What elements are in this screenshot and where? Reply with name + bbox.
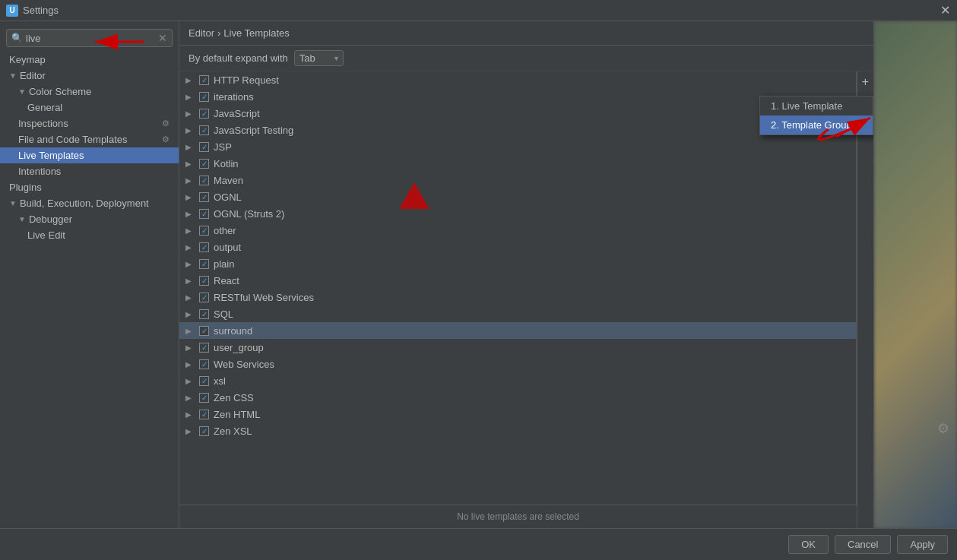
checkbox-sql[interactable] (199, 309, 209, 319)
template-row-react[interactable]: ▶ React (179, 272, 856, 289)
color-scheme-arrow: ▼ (18, 87, 26, 96)
checkbox-js-testing[interactable] (199, 125, 209, 135)
expand-select[interactable]: Tab Enter Space (294, 50, 344, 66)
checkbox-zen-css[interactable] (199, 393, 209, 403)
expand-zen-css: ▶ (185, 394, 195, 402)
sidebar-item-build-exec[interactable]: ▼ Build, Execution, Deployment (0, 195, 179, 211)
color-scheme-label: Color Scheme (29, 86, 91, 97)
checkbox-user-group[interactable] (199, 343, 209, 353)
expand-sql: ▶ (185, 310, 195, 318)
checkbox-ognl[interactable] (199, 192, 209, 202)
ok-button[interactable]: OK (788, 535, 829, 554)
checkbox-http[interactable] (199, 75, 209, 85)
template-row-kotlin[interactable]: ▶ Kotlin (179, 155, 856, 172)
checkbox-maven[interactable] (199, 176, 209, 185)
sidebar-item-live-templates[interactable]: Live Templates (0, 147, 179, 163)
checkbox-js[interactable] (199, 109, 209, 119)
sidebar-item-debugger[interactable]: ▼ Debugger (0, 211, 179, 227)
cancel-button[interactable]: Cancel (835, 535, 891, 554)
template-row-xsl[interactable]: ▶ xsl (179, 372, 856, 389)
template-name-zen-xsl: Zen XSL (214, 426, 252, 437)
popup-menu: 1. Live Template 2. Template Group... (759, 96, 873, 135)
sidebar-item-file-code-templates[interactable]: File and Code Templates ⚙ (0, 131, 179, 147)
general-label: General (27, 102, 62, 113)
breadcrumb-current: Live Templates (223, 27, 289, 39)
editor-arrow: ▼ (9, 71, 17, 80)
expand-react: ▶ (185, 277, 195, 285)
template-row-zen-css[interactable]: ▶ Zen CSS (179, 389, 856, 406)
template-row-surround[interactable]: ▶ surround (179, 322, 856, 339)
template-row-http[interactable]: ▶ HTTP Request (179, 71, 856, 88)
breadcrumb-separator: › (217, 27, 220, 39)
expand-jsp: ▶ (185, 143, 195, 151)
sidebar-item-plugins[interactable]: Plugins (0, 179, 179, 195)
template-row-zen-xsl[interactable]: ▶ Zen XSL (179, 422, 856, 439)
template-name-ognl-struts: OGNL (Struts 2) (214, 208, 284, 220)
expand-select-wrapper[interactable]: Tab Enter Space (294, 50, 344, 66)
checkbox-other[interactable] (199, 226, 209, 236)
checkbox-kotlin[interactable] (199, 159, 209, 169)
search-clear-icon[interactable]: ✕ (158, 32, 167, 44)
live-templates-label: Live Templates (18, 150, 84, 161)
template-name-sql: SQL (214, 308, 233, 320)
sidebar-item-editor[interactable]: ▼ Editor (0, 68, 179, 84)
popup-item-template-group[interactable]: 2. Template Group... (760, 115, 873, 134)
checkbox-web-services[interactable] (199, 359, 209, 369)
checkbox-iterations[interactable] (199, 92, 209, 102)
checkbox-ognl-struts[interactable] (199, 209, 209, 219)
template-row-zen-html[interactable]: ▶ Zen HTML (179, 406, 856, 422)
build-arrow: ▼ (9, 199, 17, 207)
checkbox-surround[interactable] (199, 326, 209, 336)
sidebar-item-general[interactable]: General (0, 100, 179, 115)
expand-web-services: ▶ (185, 360, 195, 369)
right-panel-blur (874, 21, 957, 528)
apply-button[interactable]: Apply (897, 535, 948, 554)
title-bar: U Settings ✕ (0, 0, 957, 21)
sidebar-item-inspections[interactable]: Inspections ⚙ (0, 115, 179, 131)
expand-other: ▶ (185, 226, 195, 235)
sidebar-item-color-scheme[interactable]: ▼ Color Scheme (0, 84, 179, 100)
add-button[interactable]: + (858, 74, 873, 90)
checkbox-output[interactable] (199, 242, 209, 252)
checkbox-xsl[interactable] (199, 376, 209, 386)
settings-window: U Settings ✕ 🔍 ✕ Keymap ▼ Editor ▼ Color… (0, 0, 957, 560)
template-row-jsp[interactable]: ▶ JSP (179, 138, 856, 155)
template-row-sql[interactable]: ▶ SQL (179, 305, 856, 322)
checkbox-zen-html[interactable] (199, 410, 209, 419)
template-row-user-group[interactable]: ▶ user_group (179, 339, 856, 356)
template-row-iterations[interactable]: ▶ iterations (179, 88, 856, 105)
checkbox-zen-xsl[interactable] (199, 426, 209, 436)
template-row-javascript[interactable]: ▶ JavaScript (179, 105, 856, 122)
popup-item-live-template[interactable]: 1. Live Template (760, 96, 873, 115)
template-name-iterations: iterations (214, 91, 254, 103)
template-row-js-testing[interactable]: ▶ JavaScript Testing (179, 122, 856, 138)
template-name-jsp: JSP (214, 141, 232, 153)
dialog-footer: OK Cancel Apply (0, 528, 957, 560)
template-row-web-services[interactable]: ▶ Web Services (179, 356, 856, 372)
expand-xsl: ▶ (185, 377, 195, 385)
checkbox-restful[interactable] (199, 293, 209, 302)
template-name-other: other (214, 225, 236, 236)
search-box[interactable]: 🔍 ✕ (6, 29, 173, 47)
expand-surround: ▶ (185, 327, 195, 335)
template-row-output[interactable]: ▶ output (179, 239, 856, 255)
checkbox-react[interactable] (199, 276, 209, 286)
search-input[interactable] (26, 33, 155, 44)
template-row-ognl[interactable]: ▶ OGNL (179, 188, 856, 205)
expand-zen-xsl: ▶ (185, 427, 195, 435)
template-row-plain[interactable]: ▶ plain (179, 255, 856, 272)
template-row-other[interactable]: ▶ other (179, 222, 856, 239)
sidebar-item-keymap[interactable]: Keymap (0, 52, 179, 68)
build-exec-label: Build, Execution, Deployment (20, 198, 149, 209)
checkbox-plain[interactable] (199, 259, 209, 269)
close-button[interactable]: ✕ (939, 5, 951, 17)
template-row-restful[interactable]: ▶ RESTful Web Services (179, 289, 856, 305)
template-row-ognl-struts[interactable]: ▶ OGNL (Struts 2) (179, 205, 856, 222)
sidebar-item-intentions[interactable]: Intentions (0, 163, 179, 179)
plugins-label: Plugins (9, 182, 42, 193)
checkbox-jsp[interactable] (199, 142, 209, 152)
inspections-label: Inspections (18, 118, 68, 129)
app-icon: U (6, 5, 18, 17)
template-row-maven[interactable]: ▶ Maven (179, 172, 856, 188)
sidebar-item-live-edit[interactable]: Live Edit (0, 227, 179, 243)
